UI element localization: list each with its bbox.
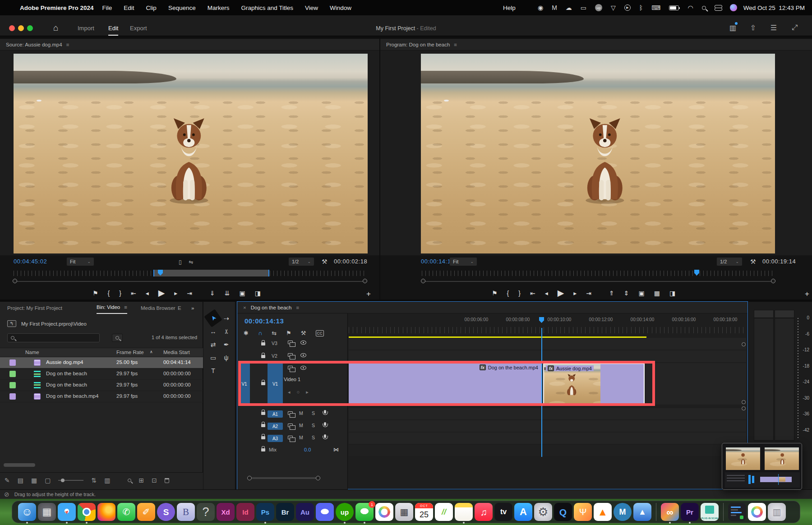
system-settings[interactable]: ⚙	[534, 503, 552, 521]
go-to-out-button[interactable]: ⇥	[586, 290, 591, 297]
slip-tool[interactable]: ⇄	[207, 338, 220, 351]
track-a1-mute-button[interactable]: M	[299, 410, 303, 416]
sort-icons-button[interactable]: ⇅	[91, 477, 97, 484]
track-a2-solo-button[interactable]: S	[312, 423, 315, 428]
add-marker-button[interactable]: ⚑	[92, 290, 98, 297]
trash[interactable]: ▥	[768, 503, 786, 521]
screen-record-icon[interactable]: ◉	[538, 4, 543, 11]
control-center-icon[interactable]	[715, 5, 721, 11]
source-settings-wrench-icon[interactable]: ⚒	[322, 258, 328, 265]
wifi-icon[interactable]: ◠	[687, 4, 693, 11]
track-a2-lock-icon[interactable]	[261, 424, 265, 427]
track-a1-target-button[interactable]: A1	[268, 410, 283, 418]
track-v1-name[interactable]: Video 1	[284, 377, 300, 382]
program-resolution-select[interactable]: 1/2⌄	[716, 257, 743, 266]
clip-aussie-dog-selected[interactable]: fx Aussie dog.mp4	[543, 363, 645, 405]
track-v1-keyframe-nav[interactable]: ◂○▸	[288, 389, 315, 395]
track-mix-lock-icon[interactable]	[261, 448, 265, 451]
hand-tool[interactable]: ψ	[220, 351, 233, 364]
track-a3-target-icon[interactable]	[288, 436, 293, 439]
play-button[interactable]: ▶	[558, 288, 564, 298]
notes[interactable]	[455, 503, 473, 521]
item-name[interactable]: Dog on the beach.mp4	[46, 393, 98, 399]
bin-panel-menu-icon[interactable]: ≡	[124, 304, 127, 310]
program-settings-wrench-icon[interactable]: ⚒	[750, 258, 756, 265]
go-to-in-button[interactable]: ⇤	[131, 290, 136, 297]
find-button[interactable]	[128, 479, 131, 482]
source-zoom-handle-left[interactable]	[13, 279, 17, 283]
minimized-photos-window[interactable]	[748, 503, 766, 521]
track-a1-lock-icon[interactable]	[261, 412, 265, 415]
sort-caret-icon[interactable]: ∧	[150, 350, 153, 354]
freeform-view-button[interactable]: ▢	[45, 477, 51, 484]
timeline-hscroll-handle-right[interactable]	[316, 476, 320, 480]
razor-tool[interactable]: ✂	[220, 325, 233, 338]
tab-media-browser[interactable]: Media Browser	[141, 305, 175, 311]
column-frame-rate[interactable]: Frame Rate	[116, 350, 144, 355]
timeline-ruler[interactable]: 00:00:06:0000:00:08:0000:00:10:0000:00:1…	[348, 313, 747, 336]
source-zoom-bar[interactable]	[16, 281, 364, 282]
menu-clip[interactable]: Clip	[140, 5, 162, 11]
breadcrumb-path[interactable]: My First Project.prproj\Video	[21, 321, 87, 327]
rectangle-tool[interactable]: ▭	[207, 351, 220, 364]
add-marker-button[interactable]: ⚑	[286, 330, 291, 336]
pen-tool[interactable]: ✒	[220, 338, 233, 351]
firefox[interactable]	[97, 503, 115, 521]
track-a1-target-icon[interactable]	[288, 411, 293, 415]
gmail-icon[interactable]: M	[552, 4, 557, 11]
zoom-slider[interactable]	[58, 480, 83, 481]
battery-icon[interactable]	[669, 5, 679, 10]
menu-markers[interactable]: Markers	[202, 5, 235, 11]
type-tool[interactable]: T	[207, 364, 220, 377]
program-scrub-ticks[interactable]	[422, 271, 775, 276]
calendar[interactable]: OCT25	[415, 503, 433, 521]
spotlight-icon[interactable]	[702, 6, 706, 10]
mark-out-button[interactable]: }	[518, 290, 521, 297]
fx-badge[interactable]: fx	[548, 365, 554, 371]
item-name[interactable]: Aussie dog.mp4	[46, 359, 83, 365]
menu-view[interactable]: View	[299, 5, 324, 11]
track-v3-target-icon[interactable]	[288, 341, 293, 344]
extract-button[interactable]: ⇕	[624, 290, 629, 297]
mamp[interactable]: M	[614, 503, 632, 521]
menu-sequence[interactable]: Sequence	[162, 5, 202, 11]
menu-clock[interactable]: Wed Oct 25 12:43 PM	[743, 5, 805, 11]
bin-scrollbar[interactable]	[4, 463, 35, 467]
menu-edit[interactable]: Edit	[118, 5, 140, 11]
plugin-scan-app[interactable]: PLUG-IN SCAN	[701, 503, 719, 521]
quick-export-icon[interactable]: ☰	[770, 23, 777, 32]
program-panel-menu-icon[interactable]: ≡	[454, 42, 457, 47]
track-v3-lock-icon[interactable]	[261, 342, 265, 345]
tab-project[interactable]: Project: My First Project	[7, 305, 62, 311]
adobe-audition[interactable]: Au	[296, 503, 314, 521]
track-v2-lock-icon[interactable]	[261, 355, 265, 358]
track-a2-target-button[interactable]: A2	[268, 423, 283, 430]
discord[interactable]	[316, 503, 334, 521]
source-settings-icons[interactable]: ▯⇋	[179, 259, 194, 265]
logo-v-icon[interactable]: ▽	[611, 4, 616, 11]
chrome[interactable]	[78, 503, 96, 521]
track-a3-voiceover-icon[interactable]	[324, 434, 326, 438]
source-panel-menu-icon[interactable]: ≡	[66, 42, 69, 47]
go-to-out-button[interactable]: ⇥	[187, 290, 192, 297]
timeline-hscroll-track[interactable]	[252, 477, 318, 479]
export-frame-button[interactable]: ▣	[240, 290, 245, 297]
track-v3-label[interactable]: V3	[272, 341, 277, 346]
menu-window[interactable]: Window	[324, 5, 357, 11]
timeline-timecode[interactable]: 00:00:14:13	[245, 317, 284, 325]
track-a3-lock-icon[interactable]	[261, 436, 265, 439]
music[interactable]: ♫	[475, 503, 493, 521]
adobe-photoshop[interactable]: Ps	[256, 503, 274, 521]
close-icon[interactable]: ×	[243, 305, 246, 310]
go-to-in-button[interactable]: ⇤	[530, 290, 535, 297]
bluetooth-icon[interactable]: ᛒ	[639, 4, 643, 11]
source-timecode[interactable]: 00:04:45:02	[14, 258, 47, 265]
bin-table-header[interactable]: Name Frame Rate ∧ Media Start	[0, 348, 203, 357]
finder[interactable]: ☺	[18, 503, 36, 521]
multi-camera-button[interactable]: ▦	[654, 290, 660, 297]
track-v3-content[interactable]	[349, 338, 746, 350]
track-v1-lock-icon[interactable]	[261, 382, 265, 385]
automate-to-sequence-button[interactable]: ▥	[104, 477, 110, 484]
track-v1-target-icon[interactable]	[288, 366, 293, 369]
snap-toggle-button[interactable]: ∩	[258, 330, 262, 336]
